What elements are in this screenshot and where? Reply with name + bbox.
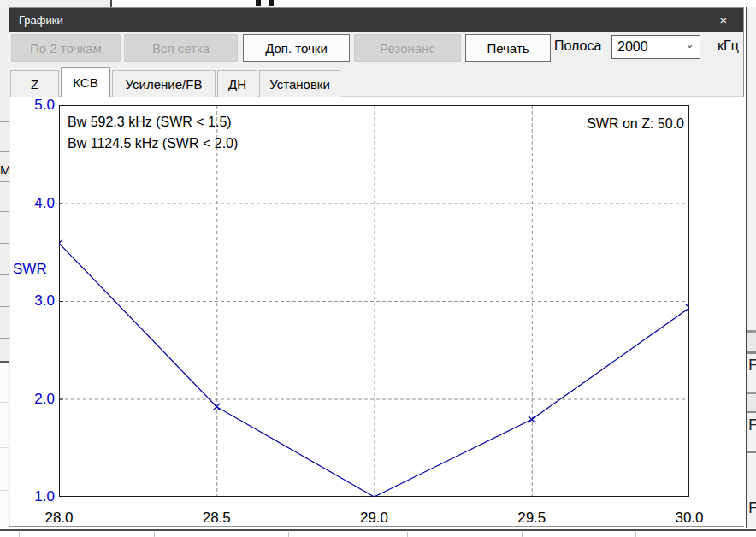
close-icon[interactable]: × bbox=[709, 8, 738, 32]
y-axis-title: SWR bbox=[13, 261, 47, 278]
background-letter: F bbox=[748, 499, 756, 517]
x-tick-label: 29.5 bbox=[506, 510, 558, 527]
background-letter: F bbox=[748, 416, 756, 434]
band-value: 2000 bbox=[617, 39, 648, 55]
bandwidth-annotation-1: Bw 592.3 kHz (SWR < 1.5) bbox=[68, 115, 232, 130]
band-combobox[interactable]: 2000 ⌄ bbox=[611, 35, 700, 59]
print-button[interactable]: Печать bbox=[465, 34, 551, 62]
two-points-button: По 2 точкам bbox=[11, 34, 121, 62]
x-tick-label: 28.5 bbox=[191, 510, 242, 527]
resonance-button: Резонанс bbox=[354, 34, 461, 62]
background-list-fragment: М bbox=[0, 7, 9, 363]
chevron-down-icon: ⌄ bbox=[685, 38, 694, 50]
y-tick-label: 2.0 bbox=[10, 391, 55, 408]
bandwidth-annotation-2: Bw 1124.5 kHz (SWR < 2.0) bbox=[68, 136, 238, 151]
background-text-fragment bbox=[269, 0, 274, 6]
swr-plot bbox=[59, 105, 689, 497]
background-divider bbox=[110, 0, 112, 7]
graphs-window: Графики × По 2 точкам Вся сетка Доп. точ… bbox=[9, 7, 744, 527]
y-tick-label: 5.0 bbox=[10, 97, 55, 114]
y-tick-label: 3.0 bbox=[10, 292, 55, 310]
x-tick-label: 30.0 bbox=[664, 510, 715, 527]
background-panel-fragment: F F F bbox=[747, 7, 756, 537]
title-bar[interactable]: Графики × bbox=[9, 8, 743, 32]
tab-ksv[interactable]: КСВ bbox=[61, 67, 110, 97]
extra-points-button[interactable]: Доп. точки bbox=[243, 34, 350, 62]
background-letter: М bbox=[0, 162, 9, 177]
band-label: Полоса bbox=[554, 38, 601, 54]
background-letter: F bbox=[748, 356, 756, 375]
x-tick-label: 29.0 bbox=[349, 510, 400, 527]
tab-gain-fb[interactable]: Усиление/FB bbox=[112, 70, 216, 97]
background-panel-fragment bbox=[0, 0, 110, 7]
background-text-fragment bbox=[256, 0, 261, 6]
y-tick-label: 4.0 bbox=[10, 195, 55, 212]
background-list-fragment bbox=[0, 363, 9, 537]
chart-area: 5.04.03.02.01.0 28.028.529.029.530.0 SWR… bbox=[10, 97, 744, 526]
window-title: Графики bbox=[19, 14, 63, 27]
background-table-border bbox=[0, 529, 756, 531]
tab-strip: Z КСВ Усиление/FB ДН Установки bbox=[9, 64, 743, 97]
band-unit: кГц bbox=[718, 38, 739, 54]
tab-z[interactable]: Z bbox=[10, 70, 59, 97]
impedance-annotation: SWR on Z: 50.0 bbox=[587, 116, 684, 132]
y-tick-label: 1.0 bbox=[10, 488, 55, 505]
x-tick-label: 28.0 bbox=[33, 510, 85, 527]
toolbar: По 2 точкам Вся сетка Доп. точки Резонан… bbox=[9, 32, 743, 64]
whole-grid-button: Вся сетка bbox=[124, 34, 238, 62]
tab-settings[interactable]: Установки bbox=[259, 70, 340, 97]
tab-pattern[interactable]: ДН bbox=[217, 70, 257, 97]
